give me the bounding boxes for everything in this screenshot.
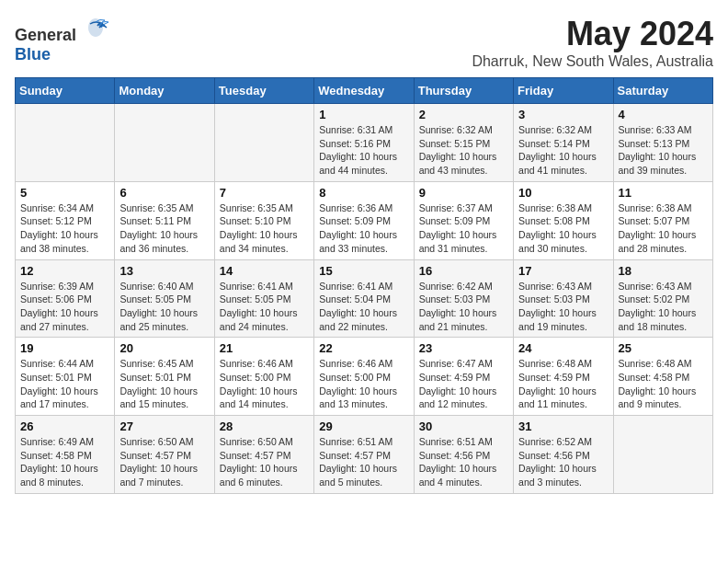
calendar-cell: 21Sunrise: 6:46 AM Sunset: 5:00 PM Dayli… bbox=[214, 338, 313, 416]
calendar-cell: 4Sunrise: 6:33 AM Sunset: 5:13 PM Daylig… bbox=[613, 104, 712, 182]
calendar-week-4: 19Sunrise: 6:44 AM Sunset: 5:01 PM Dayli… bbox=[16, 338, 713, 416]
calendar-cell: 18Sunrise: 6:43 AM Sunset: 5:02 PM Dayli… bbox=[613, 259, 712, 338]
main-title: May 2024 bbox=[472, 15, 713, 53]
day-number: 4 bbox=[619, 108, 708, 121]
calendar-cell: 26Sunrise: 6:49 AM Sunset: 4:58 PM Dayli… bbox=[16, 416, 115, 494]
day-info: Sunrise: 6:43 AM Sunset: 5:03 PM Dayligh… bbox=[518, 280, 608, 334]
day-number: 9 bbox=[419, 186, 508, 200]
day-number: 13 bbox=[119, 264, 209, 278]
day-number: 8 bbox=[319, 186, 408, 200]
day-number: 20 bbox=[119, 341, 209, 355]
day-info: Sunrise: 6:42 AM Sunset: 5:03 PM Dayligh… bbox=[419, 280, 508, 334]
day-number: 30 bbox=[419, 419, 508, 433]
calendar-cell: 19Sunrise: 6:44 AM Sunset: 5:01 PM Dayli… bbox=[16, 338, 115, 416]
day-info: Sunrise: 6:50 AM Sunset: 4:57 PM Dayligh… bbox=[119, 435, 209, 489]
day-number: 21 bbox=[220, 341, 309, 355]
calendar-cell bbox=[115, 104, 214, 182]
calendar-cell bbox=[613, 416, 712, 494]
calendar-cell: 23Sunrise: 6:47 AM Sunset: 4:59 PM Dayli… bbox=[414, 338, 513, 416]
day-number: 18 bbox=[619, 264, 708, 278]
day-number: 19 bbox=[20, 341, 109, 355]
day-info: Sunrise: 6:48 AM Sunset: 4:59 PM Dayligh… bbox=[518, 357, 608, 411]
calendar-cell: 9Sunrise: 6:37 AM Sunset: 5:09 PM Daylig… bbox=[414, 181, 513, 259]
day-number: 10 bbox=[518, 186, 608, 200]
calendar-cell: 22Sunrise: 6:46 AM Sunset: 5:00 PM Dayli… bbox=[314, 338, 414, 416]
day-number: 16 bbox=[419, 264, 508, 278]
day-number: 14 bbox=[220, 264, 309, 278]
calendar-cell: 17Sunrise: 6:43 AM Sunset: 5:03 PM Dayli… bbox=[514, 259, 613, 338]
day-info: Sunrise: 6:39 AM Sunset: 5:06 PM Dayligh… bbox=[20, 280, 109, 334]
day-number: 7 bbox=[220, 186, 309, 200]
calendar-cell: 28Sunrise: 6:50 AM Sunset: 4:57 PM Dayli… bbox=[214, 416, 313, 494]
calendar-week-2: 5Sunrise: 6:34 AM Sunset: 5:12 PM Daylig… bbox=[16, 181, 713, 259]
calendar-cell: 24Sunrise: 6:48 AM Sunset: 4:59 PM Dayli… bbox=[514, 338, 613, 416]
day-info: Sunrise: 6:35 AM Sunset: 5:11 PM Dayligh… bbox=[119, 201, 209, 256]
day-info: Sunrise: 6:49 AM Sunset: 4:58 PM Dayligh… bbox=[20, 435, 109, 489]
calendar-table: SundayMondayTuesdayWednesdayThursdayFrid… bbox=[15, 77, 713, 494]
day-number: 23 bbox=[419, 341, 508, 355]
day-info: Sunrise: 6:38 AM Sunset: 5:07 PM Dayligh… bbox=[619, 201, 708, 256]
day-number: 6 bbox=[119, 186, 209, 200]
day-info: Sunrise: 6:41 AM Sunset: 5:05 PM Dayligh… bbox=[220, 280, 309, 334]
day-info: Sunrise: 6:51 AM Sunset: 4:56 PM Dayligh… bbox=[419, 435, 508, 489]
day-number: 17 bbox=[518, 264, 608, 278]
day-info: Sunrise: 6:34 AM Sunset: 5:12 PM Dayligh… bbox=[20, 201, 109, 256]
calendar-cell: 15Sunrise: 6:41 AM Sunset: 5:04 PM Dayli… bbox=[314, 259, 414, 338]
calendar-week-1: 1Sunrise: 6:31 AM Sunset: 5:16 PM Daylig… bbox=[16, 104, 713, 182]
day-number: 15 bbox=[319, 264, 408, 278]
day-number: 5 bbox=[20, 186, 109, 200]
day-info: Sunrise: 6:51 AM Sunset: 4:57 PM Dayligh… bbox=[319, 435, 408, 489]
calendar-cell: 20Sunrise: 6:45 AM Sunset: 5:01 PM Dayli… bbox=[115, 338, 214, 416]
calendar-cell: 7Sunrise: 6:35 AM Sunset: 5:10 PM Daylig… bbox=[214, 181, 313, 259]
calendar-cell: 31Sunrise: 6:52 AM Sunset: 4:56 PM Dayli… bbox=[514, 416, 613, 494]
calendar-cell: 14Sunrise: 6:41 AM Sunset: 5:05 PM Dayli… bbox=[214, 259, 313, 338]
subtitle: Dharruk, New South Wales, Australia bbox=[472, 53, 713, 70]
calendar-week-5: 26Sunrise: 6:49 AM Sunset: 4:58 PM Dayli… bbox=[16, 416, 713, 494]
calendar-week-3: 12Sunrise: 6:39 AM Sunset: 5:06 PM Dayli… bbox=[16, 259, 713, 338]
day-info: Sunrise: 6:37 AM Sunset: 5:09 PM Dayligh… bbox=[419, 201, 508, 256]
day-info: Sunrise: 6:50 AM Sunset: 4:57 PM Dayligh… bbox=[220, 435, 309, 489]
day-number: 26 bbox=[20, 419, 109, 433]
logo-text-blue: Blue bbox=[15, 45, 51, 63]
header-cell-wednesday: Wednesday bbox=[314, 78, 414, 104]
day-info: Sunrise: 6:48 AM Sunset: 4:58 PM Dayligh… bbox=[619, 357, 708, 411]
page-header: General Blue May 2024 Dharruk, New South… bbox=[15, 15, 713, 70]
day-info: Sunrise: 6:32 AM Sunset: 5:15 PM Dayligh… bbox=[419, 123, 508, 178]
calendar-cell: 11Sunrise: 6:38 AM Sunset: 5:07 PM Dayli… bbox=[613, 181, 712, 259]
calendar-cell: 5Sunrise: 6:34 AM Sunset: 5:12 PM Daylig… bbox=[16, 181, 115, 259]
header-cell-sunday: Sunday bbox=[16, 78, 115, 104]
day-info: Sunrise: 6:46 AM Sunset: 5:00 PM Dayligh… bbox=[220, 357, 309, 411]
day-number: 25 bbox=[619, 341, 708, 355]
day-info: Sunrise: 6:47 AM Sunset: 4:59 PM Dayligh… bbox=[419, 357, 508, 411]
day-number: 12 bbox=[20, 264, 109, 278]
logo-text-general: General bbox=[15, 26, 76, 44]
calendar-cell: 6Sunrise: 6:35 AM Sunset: 5:11 PM Daylig… bbox=[115, 181, 214, 259]
calendar-cell: 13Sunrise: 6:40 AM Sunset: 5:05 PM Dayli… bbox=[115, 259, 214, 338]
day-info: Sunrise: 6:35 AM Sunset: 5:10 PM Dayligh… bbox=[220, 201, 309, 256]
calendar-cell: 30Sunrise: 6:51 AM Sunset: 4:56 PM Dayli… bbox=[414, 416, 513, 494]
logo-bird-icon bbox=[83, 15, 108, 40]
day-number: 31 bbox=[518, 419, 608, 433]
day-info: Sunrise: 6:40 AM Sunset: 5:05 PM Dayligh… bbox=[119, 280, 209, 334]
header-cell-saturday: Saturday bbox=[613, 78, 712, 104]
calendar-cell: 25Sunrise: 6:48 AM Sunset: 4:58 PM Dayli… bbox=[613, 338, 712, 416]
day-number: 29 bbox=[319, 419, 408, 433]
day-info: Sunrise: 6:31 AM Sunset: 5:16 PM Dayligh… bbox=[319, 123, 408, 178]
calendar-cell: 3Sunrise: 6:32 AM Sunset: 5:14 PM Daylig… bbox=[514, 104, 613, 182]
day-number: 3 bbox=[518, 108, 608, 121]
title-block: May 2024 Dharruk, New South Wales, Austr… bbox=[472, 15, 713, 70]
header-cell-tuesday: Tuesday bbox=[214, 78, 313, 104]
calendar-cell: 8Sunrise: 6:36 AM Sunset: 5:09 PM Daylig… bbox=[314, 181, 414, 259]
day-info: Sunrise: 6:36 AM Sunset: 5:09 PM Dayligh… bbox=[319, 201, 408, 256]
day-number: 24 bbox=[518, 341, 608, 355]
day-info: Sunrise: 6:46 AM Sunset: 5:00 PM Dayligh… bbox=[319, 357, 408, 411]
day-info: Sunrise: 6:32 AM Sunset: 5:14 PM Dayligh… bbox=[518, 123, 608, 178]
day-info: Sunrise: 6:38 AM Sunset: 5:08 PM Dayligh… bbox=[518, 201, 608, 256]
header-cell-friday: Friday bbox=[514, 78, 613, 104]
calendar-cell: 1Sunrise: 6:31 AM Sunset: 5:16 PM Daylig… bbox=[314, 104, 414, 182]
day-info: Sunrise: 6:45 AM Sunset: 5:01 PM Dayligh… bbox=[119, 357, 209, 411]
day-info: Sunrise: 6:33 AM Sunset: 5:13 PM Dayligh… bbox=[619, 123, 708, 178]
calendar-cell: 10Sunrise: 6:38 AM Sunset: 5:08 PM Dayli… bbox=[514, 181, 613, 259]
day-number: 1 bbox=[319, 108, 408, 121]
calendar-cell: 16Sunrise: 6:42 AM Sunset: 5:03 PM Dayli… bbox=[414, 259, 513, 338]
